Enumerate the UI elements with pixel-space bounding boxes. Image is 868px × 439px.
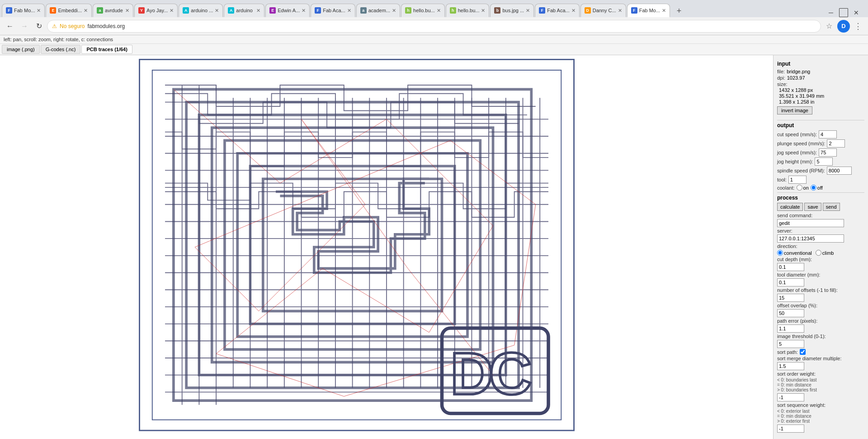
direction-conventional-label[interactable]: conventional <box>777 250 812 256</box>
tab-8[interactable]: F Fab Aca... ✕ <box>311 4 355 17</box>
spindle-speed-row: spindle speed (RPM): <box>777 167 864 175</box>
tab-favicon-3: a <box>97 7 103 14</box>
image-threshold-label: image threshold (0-1): <box>777 334 864 339</box>
tab-11[interactable]: h hello.bu... ✕ <box>446 4 490 17</box>
tab-close-12[interactable]: ✕ <box>526 8 530 14</box>
bookmark-button[interactable]: ☆ <box>823 20 835 33</box>
tab-15[interactable]: F Fab Mo... ✕ <box>627 4 670 17</box>
sort-path-row: sort path: <box>777 349 864 355</box>
tab-12[interactable]: b bus.jpg ... ✕ <box>490 4 534 17</box>
tab-13[interactable]: F Fab Aca... ✕ <box>535 4 580 17</box>
tab-close-10[interactable]: ✕ <box>437 8 441 14</box>
tab-3[interactable]: a avrdude ✕ <box>93 4 133 17</box>
size-px-row: 1432 x 1288 px <box>777 87 864 93</box>
direction-label: direction: <box>777 243 864 249</box>
tab-2[interactable]: E Embeddi... ✕ <box>46 4 92 17</box>
coolant-off-radio[interactable] <box>811 185 816 191</box>
spindle-speed-input[interactable] <box>827 167 852 175</box>
tab-7[interactable]: E Edwin A... ✕ <box>265 4 310 17</box>
profile-button[interactable]: D <box>837 20 850 33</box>
tab-close-9[interactable]: ✕ <box>392 8 396 14</box>
tab-close-3[interactable]: ✕ <box>125 8 129 14</box>
sort-order-weight-section: sort order weight: < 0: boundaries last … <box>777 371 864 401</box>
dpi-label: dpi: <box>777 75 785 81</box>
send-button[interactable]: send <box>823 203 840 211</box>
tab-14[interactable]: D Danny C... ✕ <box>580 4 626 17</box>
tab-add-button[interactable]: + <box>673 5 685 17</box>
tab-close-2[interactable]: ✕ <box>84 8 88 14</box>
tab-4[interactable]: Y Ayo Jay... ✕ <box>134 4 178 17</box>
coolant-on-label[interactable]: on <box>797 185 809 191</box>
direction-climb-radio[interactable] <box>816 250 821 256</box>
menu-button[interactable]: ⋮ <box>852 20 864 33</box>
coolant-on-radio[interactable] <box>797 185 802 191</box>
minimize-button[interactable]: ─ <box>826 8 835 17</box>
address-bar[interactable]: ⚠ No seguro fabmodules.org <box>47 20 821 33</box>
tab-6[interactable]: A arduino ✕ <box>224 4 264 17</box>
coolant-on-text: on <box>803 185 809 191</box>
plunge-speed-input[interactable] <box>827 139 845 148</box>
close-window-button[interactable]: ✕ <box>852 8 861 17</box>
offset-overlap-input[interactable] <box>777 309 804 317</box>
tab-favicon-15: F <box>631 7 637 14</box>
tab-10[interactable]: h hello.bu... ✕ <box>401 4 445 17</box>
calculate-button[interactable]: calculate <box>777 203 803 211</box>
sort-sequence-weight-section: sort sequence weight: < 0: exterior last… <box>777 402 864 433</box>
tab-1[interactable]: F Fab Mo... ✕ <box>2 4 45 17</box>
forward-button[interactable]: → <box>18 20 31 33</box>
tab-close-8[interactable]: ✕ <box>347 8 351 14</box>
tab-close-11[interactable]: ✕ <box>481 8 485 14</box>
tab-close-1[interactable]: ✕ <box>37 8 41 14</box>
page-tab-gcodes[interactable]: G-codes (.nc) <box>41 45 81 54</box>
sort-merge-diameter-input[interactable] <box>777 362 804 370</box>
sort-order-weight-input[interactable] <box>777 393 804 401</box>
sort-path-checkbox[interactable] <box>800 349 806 355</box>
reload-button[interactable]: ↻ <box>33 20 45 33</box>
page-tab-image[interactable]: image (.png) <box>2 45 40 54</box>
num-offsets-row: number of offsets (-1 to fill): <box>777 287 864 302</box>
jog-speed-input[interactable] <box>819 148 837 157</box>
save-button[interactable]: save <box>804 203 821 211</box>
send-command-input[interactable] <box>777 219 844 227</box>
sort-merge-diameter-label: sort merge diameter multiple: <box>777 356 864 361</box>
page-tabs-bar: image (.png) G-codes (.nc) PCB traces (1… <box>0 44 868 55</box>
maximize-button[interactable] <box>839 8 848 17</box>
tab-5[interactable]: A arduino ... ✕ <box>179 4 223 17</box>
divider-1 <box>777 120 864 120</box>
tool-input[interactable] <box>788 176 807 184</box>
server-label: server: <box>777 228 864 234</box>
tool-diameter-row: tool diameter (mm): <box>777 272 864 286</box>
cut-speed-row: cut speed (mm/s): <box>777 130 864 138</box>
tab-close-13[interactable]: ✕ <box>571 8 576 14</box>
tab-favicon-12: b <box>494 7 500 14</box>
sort-order-eq: = 0: min distance <box>777 382 864 387</box>
security-icon: ⚠ <box>52 23 57 29</box>
tab-close-7[interactable]: ✕ <box>302 8 306 14</box>
tab-9[interactable]: a academ... ✕ <box>356 4 400 17</box>
tab-close-14[interactable]: ✕ <box>618 8 622 14</box>
cut-speed-input[interactable] <box>819 130 837 138</box>
invert-image-button[interactable]: invert image <box>777 106 812 115</box>
direction-climb-label[interactable]: climb <box>816 250 834 256</box>
sort-sequence-lt: < 0: exterior last <box>777 409 864 414</box>
tab-close-6[interactable]: ✕ <box>256 8 260 14</box>
sort-sequence-weight-input[interactable] <box>777 425 804 433</box>
path-error-input[interactable] <box>777 324 804 333</box>
cut-depth-input[interactable] <box>777 263 804 271</box>
tab-close-4[interactable]: ✕ <box>170 8 174 14</box>
tab-favicon-1: F <box>6 7 12 14</box>
tab-close-15[interactable]: ✕ <box>662 8 666 14</box>
tab-close-5[interactable]: ✕ <box>215 8 219 14</box>
server-input[interactable] <box>777 234 844 243</box>
tab-label-7: Edwin A... <box>278 8 300 13</box>
jog-height-input[interactable] <box>815 157 833 166</box>
direction-conventional-radio[interactable] <box>777 250 783 256</box>
image-threshold-input[interactable] <box>777 340 804 348</box>
back-button[interactable]: ← <box>4 20 16 33</box>
coolant-off-label[interactable]: off <box>811 185 823 191</box>
tool-diameter-input[interactable] <box>777 278 804 286</box>
canvas-area[interactable]: D C <box>0 55 773 439</box>
navigation-bar: ← → ↻ ⚠ No seguro fabmodules.org ☆ D ⋮ <box>0 17 868 35</box>
page-tab-pcb-traces[interactable]: PCB traces (1/64) <box>81 45 132 54</box>
num-offsets-input[interactable] <box>777 294 804 302</box>
